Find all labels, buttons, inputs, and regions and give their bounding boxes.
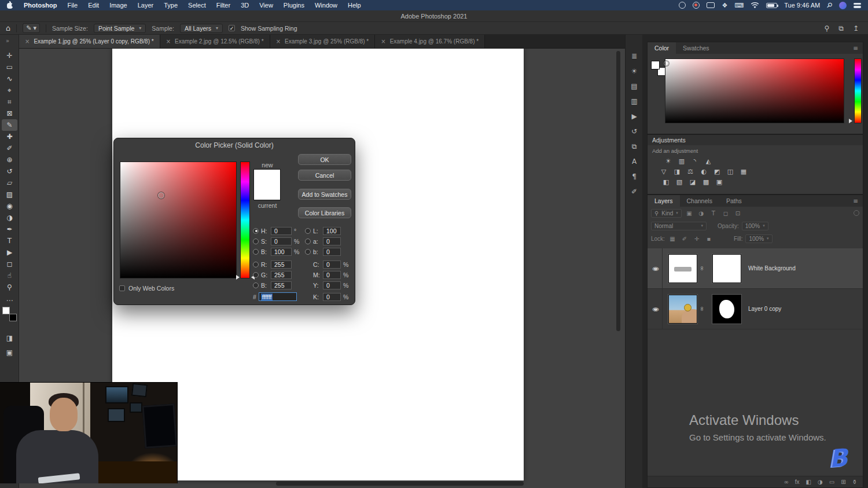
blur-tool[interactable]: ◉ <box>2 200 17 212</box>
camera-status-icon[interactable] <box>693 2 700 9</box>
color-field-marker[interactable] <box>158 192 164 199</box>
cancel-button[interactable]: Cancel <box>298 170 351 181</box>
screen-record-icon[interactable] <box>679 2 686 9</box>
hue-strip[interactable] <box>854 58 862 123</box>
c-input[interactable]: 0 <box>323 260 341 269</box>
ok-button[interactable]: OK <box>298 154 351 165</box>
panel-menu-icon[interactable]: ≡ <box>848 42 863 54</box>
move-tool[interactable]: ✛ <box>2 50 17 61</box>
close-icon[interactable]: × <box>381 38 385 45</box>
hex-input[interactable]: ffffff <box>259 292 297 301</box>
hue-strip-marker[interactable] <box>849 119 852 123</box>
only-web-colors-checkbox[interactable] <box>119 285 125 291</box>
menu-plugins[interactable]: Plugins <box>284 2 304 9</box>
layer-visibility-toggle[interactable]: ◉ <box>649 248 663 288</box>
add-to-swatches-button[interactable]: Add to Swatches <box>298 189 351 200</box>
menu-view[interactable]: View <box>259 2 273 9</box>
healing-brush-tool[interactable]: ✚ <box>2 131 17 142</box>
close-icon[interactable]: × <box>166 38 171 45</box>
hue-slider-marker-left[interactable] <box>236 275 240 280</box>
keyboard-status-icon[interactable]: ⌨ <box>734 2 744 9</box>
blend-mode-dropdown[interactable]: Normal ▾ <box>651 222 707 230</box>
display-status-icon[interactable] <box>707 2 715 8</box>
b-input[interactable]: 100 <box>271 248 292 256</box>
home-icon[interactable]: ⌂ <box>6 24 10 32</box>
zoom-tool[interactable]: ⚲ <box>2 281 17 293</box>
foreground-background-swatches[interactable] <box>2 307 17 321</box>
apple-menu-icon[interactable] <box>7 2 13 9</box>
frame-tool[interactable]: ⊠ <box>2 108 17 119</box>
lock-position-icon[interactable]: ✛ <box>692 236 701 242</box>
panel-menu-icon[interactable]: ≡ <box>848 195 863 207</box>
layer-filter-toggle[interactable] <box>854 210 859 216</box>
curves-icon[interactable]: ◝ <box>690 157 700 166</box>
tab-example-4[interactable]: × Example 4.jpg @ 16.7% (RGB/8) * <box>375 35 485 48</box>
menu-photoshop[interactable]: Photoshop <box>24 2 57 9</box>
delete-layer-icon[interactable]: ⚱ <box>852 479 857 485</box>
paragraph-panel-icon[interactable]: ¶ <box>626 169 643 184</box>
layer-name[interactable]: Layer 0 copy <box>748 306 781 312</box>
layer-thumbnail[interactable] <box>668 295 697 324</box>
menu-help[interactable]: Help <box>348 2 361 9</box>
brush-settings-panel-icon[interactable]: ✐ <box>626 184 643 199</box>
tab-channels[interactable]: Channels <box>680 195 719 207</box>
hue-saturation-icon[interactable]: ◨ <box>672 167 682 176</box>
history-brush-tool[interactable]: ↺ <box>2 166 17 177</box>
vertical-scrollbar[interactable] <box>616 51 620 331</box>
menu-3d[interactable]: 3D <box>241 2 249 9</box>
l-radio[interactable] <box>305 228 311 234</box>
vibrance-icon[interactable]: ▽ <box>659 167 668 176</box>
quick-mask-icon[interactable]: ◨ <box>2 333 17 343</box>
clone-source-panel-icon[interactable]: ⧉ <box>626 139 643 154</box>
h-radio[interactable] <box>253 228 259 234</box>
exposure-icon[interactable]: ◭ <box>704 157 713 166</box>
marquee-tool[interactable]: ▭ <box>2 61 17 73</box>
g-radio[interactable] <box>253 272 259 278</box>
tab-example-1[interactable]: × Example 1.jpg @ 25% (Layer 0 copy, RGB… <box>19 35 160 48</box>
hand-tool[interactable]: ☝ <box>2 270 17 281</box>
fill-dropdown[interactable]: 100% ▾ <box>745 234 772 243</box>
control-center-icon[interactable] <box>854 3 861 8</box>
dodge-tool[interactable]: ◑ <box>2 212 17 223</box>
layer-style-icon[interactable]: fx <box>795 479 800 485</box>
b-rgb-radio[interactable] <box>253 282 259 288</box>
threshold-icon[interactable]: ◪ <box>688 178 697 186</box>
path-selection-tool[interactable]: ▶ <box>2 247 17 258</box>
pen-tool[interactable]: ✒ <box>2 223 17 235</box>
arrange-documents-icon[interactable]: ⧉ <box>838 24 844 32</box>
photo-filter-icon[interactable]: ◩ <box>712 167 722 176</box>
sample-size-dropdown[interactable]: Point Sample ▾ <box>94 24 146 33</box>
color-saturation-field[interactable] <box>665 58 844 123</box>
menu-filter[interactable]: Filter <box>216 2 230 9</box>
foreground-color-swatch[interactable] <box>2 307 10 314</box>
saturation-brightness-field[interactable] <box>120 162 237 278</box>
object-selection-tool[interactable]: ⌖ <box>2 85 17 96</box>
new-group-icon[interactable]: ▭ <box>829 479 834 485</box>
s-radio[interactable] <box>253 239 259 244</box>
r-input[interactable]: 255 <box>271 260 292 269</box>
menu-edit[interactable]: Edit <box>88 2 99 9</box>
lock-all-icon[interactable]: ▪ <box>704 236 713 242</box>
toolbar-ellipsis-icon[interactable]: ⋯ <box>2 295 17 306</box>
gradient-map-icon[interactable]: ▩ <box>701 178 711 186</box>
b-lab-input[interactable]: 0 <box>323 248 341 256</box>
sample-layers-dropdown[interactable]: All Layers ▾ <box>180 24 223 33</box>
menu-select[interactable]: Select <box>188 2 206 9</box>
gradient-tool[interactable]: ▨ <box>2 189 17 200</box>
filter-adjustment-layers-icon[interactable]: ◑ <box>697 210 706 217</box>
show-sampling-ring-checkbox[interactable]: ✓ <box>229 25 235 31</box>
a-input[interactable]: 0 <box>323 237 341 245</box>
properties-panel-icon[interactable]: ≣ <box>626 49 643 64</box>
layer-row-white-background[interactable]: ◉ ∞ White Background <box>648 248 863 289</box>
hue-slider[interactable] <box>240 162 250 278</box>
character-panel-icon[interactable]: A <box>626 154 643 169</box>
tool-preset-picker[interactable]: ✎ ▾ <box>23 23 40 33</box>
dropbox-icon[interactable]: ❖ <box>722 2 727 9</box>
channel-mixer-icon[interactable]: ◫ <box>726 167 735 176</box>
layer-thumbnail[interactable] <box>668 254 697 283</box>
filter-pixel-layers-icon[interactable]: ▣ <box>685 210 694 217</box>
tab-color[interactable]: Color <box>648 42 676 54</box>
s-input[interactable]: 0 <box>271 237 292 245</box>
tab-swatches[interactable]: Swatches <box>676 42 716 54</box>
close-icon[interactable]: × <box>276 38 281 45</box>
